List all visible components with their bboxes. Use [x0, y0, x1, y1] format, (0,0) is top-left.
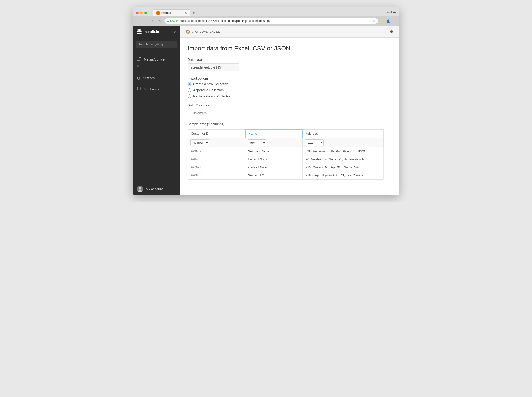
option-replace-collection[interactable]: Replace data in Collection [188, 94, 391, 98]
refresh-icon[interactable]: ⟳ [173, 30, 176, 34]
data-cell-name: Gerhold Group [245, 163, 303, 171]
sidebar-divider-mid [133, 72, 180, 72]
radio-new-collection[interactable] [188, 82, 191, 86]
search-placeholder: Search everything [138, 43, 163, 46]
toolbar-icons: ⭐ 👤 ⋮ [380, 19, 396, 23]
home-button[interactable]: ⌂ [157, 18, 162, 24]
import-options-label: Import options [188, 76, 391, 80]
sample-tbody: 999662Ward and Sons328 Swaniawski Hills,… [188, 147, 384, 180]
data-cell-name: Walker LLC [245, 171, 303, 180]
my-account-label: My Account [146, 187, 163, 191]
menu-icon[interactable]: ⋮ [391, 19, 396, 23]
sidebar-divider-top [133, 52, 180, 52]
db-label: Database [188, 58, 391, 62]
data-cell-id: 999662 [188, 147, 245, 155]
sample-table-container: number text text number [188, 129, 384, 180]
col-header-customerid-input[interactable] [191, 132, 242, 135]
sidebar-item-media-archive[interactable]: Media Archive 0 [133, 53, 180, 71]
avatar [137, 186, 143, 192]
tab-close-button[interactable]: × [185, 11, 187, 15]
option-new-collection[interactable]: Create a new Collection [188, 82, 391, 86]
maximize-button[interactable] [144, 12, 147, 14]
tab-favicon [156, 11, 159, 15]
secure-badge: Secure [167, 19, 178, 22]
db-input[interactable] [188, 63, 239, 71]
new-tab-button[interactable]: + [190, 9, 197, 16]
home-icon[interactable]: 🏠 [186, 29, 190, 34]
option1-label: Create a new Collection [193, 82, 228, 86]
sidebar-item-my-account[interactable]: My Account [133, 183, 180, 195]
media-archive-label-row: Media Archive [137, 56, 165, 62]
table-row: 999662Ward and Sons328 Swaniawski Hills,… [188, 147, 384, 155]
col-header-address-input[interactable] [306, 132, 381, 135]
title-bar: restdb.io × + Jon Erik [133, 7, 399, 16]
secure-text: Secure [170, 19, 178, 22]
data-collection-input[interactable] [188, 109, 239, 117]
reload-button[interactable]: ↻ [150, 18, 155, 24]
radio-append-collection[interactable] [188, 88, 191, 92]
profile-icon[interactable]: 👤 [386, 19, 391, 23]
table-row: 996688Walker LLC276 Koepp Skyway Apt. 84… [188, 171, 384, 180]
sidebar-bottom: My Account [133, 183, 180, 195]
data-cell-name: Ward and Sons [245, 147, 303, 155]
extensions-icon[interactable]: ⭐ [380, 19, 385, 23]
data-cell-address: 96 Rosalee Ford Suite 495, Hagenesburgh.… [303, 155, 384, 163]
close-button[interactable] [136, 12, 139, 14]
table-row: 998406Feil and Sons96 Rosalee Ford Suite… [188, 155, 384, 163]
form-area: Import data from Excel, CSV or JSON Data… [180, 38, 399, 195]
main-header: 🏠 / UPLOAD EXCEL ⚙ [180, 26, 399, 38]
search-bar[interactable]: Search everything [136, 41, 177, 48]
data-collection-label: Data Collection [188, 103, 391, 107]
col-header-customerid [188, 129, 245, 138]
bookmark-icon[interactable]: ☆ [373, 19, 375, 23]
gear-icon[interactable]: ⚙ [390, 29, 393, 34]
address-bar: ← → ↻ ⌂ Secure https://spreadsheetdb-914… [133, 16, 399, 26]
col-header-name-input[interactable] [248, 132, 300, 135]
data-cell-id: 997093 [188, 163, 245, 171]
database-group: Database [188, 58, 391, 71]
databases-icon [137, 87, 141, 92]
url-bar[interactable]: Secure https://spreadsheetdb-9145.restdb… [164, 18, 378, 24]
sidebar-item-databases[interactable]: Databases [133, 84, 180, 95]
svg-point-5 [139, 187, 141, 190]
settings-icon: ⚙ [137, 76, 141, 81]
forward-button[interactable]: → [143, 18, 148, 24]
sidebar-logo: restdb.io ⟳ [133, 26, 180, 38]
sample-table: number text text number [188, 129, 384, 180]
col-type-name: text number [245, 138, 303, 147]
user-label: Jon Erik [386, 11, 396, 15]
col-type-name-select[interactable]: text number [248, 139, 266, 146]
main-content: 🏠 / UPLOAD EXCEL ⚙ Import data from Exce… [180, 26, 399, 195]
back-button[interactable]: ← [136, 18, 141, 24]
logo-text: restdb.io [144, 30, 159, 34]
sample-data-section: Sample data (3 columns) [188, 122, 391, 180]
browser-tab[interactable]: restdb.io × [153, 9, 190, 16]
col-type-customerid: number text [188, 138, 245, 147]
tab-bar: restdb.io × + [153, 9, 384, 16]
option-append-collection[interactable]: Append to Collection [188, 88, 391, 92]
option2-label: Append to Collection [193, 88, 224, 92]
col-header-address [303, 129, 384, 138]
traffic-lights [136, 12, 147, 14]
minimize-button[interactable] [140, 12, 143, 14]
sidebar-item-settings[interactable]: ⚙ Settings [133, 73, 180, 84]
svg-rect-2 [139, 57, 141, 58]
radio-group: Create a new Collection Append to Collec… [188, 82, 391, 98]
breadcrumb: UPLOAD EXCEL [195, 30, 220, 33]
col-type-customerid-select[interactable]: number text [190, 139, 209, 146]
radio-replace-collection[interactable] [188, 94, 191, 98]
app-layout: restdb.io ⟳ Search everything [133, 26, 399, 195]
sample-data-label: Sample data (3 columns) [188, 122, 391, 126]
breadcrumb-separator: / [192, 30, 193, 33]
logo-name: restdb.io [144, 30, 159, 34]
media-archive-count: 0 [137, 64, 139, 67]
col-type-address-select[interactable]: text number [305, 139, 324, 146]
data-cell-id: 996688 [188, 171, 245, 180]
settings-label: Settings [143, 76, 155, 80]
svg-rect-0 [167, 21, 169, 22]
db-logo-icon [137, 29, 142, 34]
media-archive-icon [137, 56, 141, 62]
data-cell-address: 276 Koepp Skyway Apt. 843, East Clairsta… [303, 171, 384, 180]
col-header-name [245, 129, 303, 138]
option3-label: Replace data in Collection [193, 94, 232, 98]
